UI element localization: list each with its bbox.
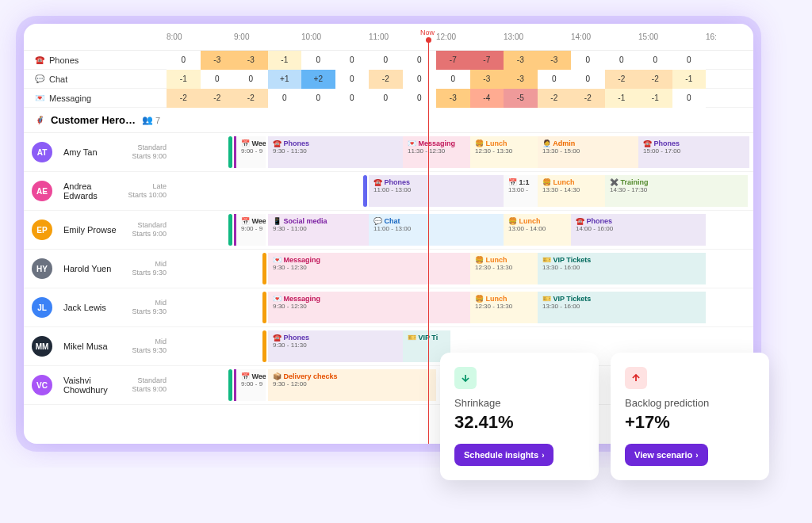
coverage-cell[interactable]: -1 [268, 51, 302, 70]
coverage-cell[interactable]: 0 [538, 70, 572, 89]
schedule-bar[interactable]: 🍔 Lunch12:30 - 13:30 [470, 136, 538, 168]
shift-stripe [363, 175, 367, 207]
agent-track[interactable]: 💌 Messaging9:30 - 12:30🍔 Lunch12:30 - 13… [167, 250, 753, 288]
avatar[interactable]: AT [32, 142, 52, 162]
coverage-cell[interactable]: 0 [672, 51, 707, 70]
avatar[interactable]: JL [32, 297, 52, 318]
channel-row[interactable]: 💌 Messaging-2-2-200000-3-4-5-2-2-1-10 [24, 89, 753, 108]
avatar[interactable]: EP [32, 220, 52, 240]
coverage-cell[interactable]: 0 [335, 70, 370, 89]
agent-track[interactable]: 💌 Messaging9:30 - 12:30🍔 Lunch12:30 - 13… [167, 288, 753, 326]
coverage-cell[interactable]: 0 [301, 51, 335, 70]
avatar[interactable]: HY [32, 258, 52, 279]
coverage-cell[interactable]: -3 [436, 89, 470, 108]
team-header[interactable]: 🦸 Customer Hero… 👥 7 [24, 108, 753, 133]
agent-row: ATAmy TanStandardStarts 9:00📅 Week9:00 -… [24, 133, 753, 172]
coverage-cell[interactable]: -2 [638, 70, 672, 89]
coverage-cell[interactable]: 0 [436, 70, 470, 89]
coverage-cell[interactable]: 0 [268, 89, 302, 108]
insight-card: Backlog prediction+17%View scenario › [611, 353, 769, 468]
schedule-bar[interactable]: 💌 Messaging9:30 - 12:30 [268, 253, 470, 284]
shift-stripe [262, 292, 266, 323]
time-label: 14:00 [571, 24, 638, 51]
schedule-bar[interactable]: ☎️ Phones9:30 - 11:30 [268, 330, 403, 362]
coverage-cell[interactable]: +2 [301, 70, 335, 89]
schedule-bar[interactable]: 💬 Chat11:00 - 13:00 [369, 214, 504, 246]
coverage-cell[interactable]: -2 [605, 70, 639, 89]
schedule-bar[interactable]: 🧑‍💼 Admin13:30 - 15:00 [538, 136, 639, 168]
coverage-cell[interactable]: 0 [672, 89, 707, 108]
coverage-cell[interactable]: -3 [504, 70, 538, 89]
schedule-bar[interactable]: 📅 Week9:00 - 9 [234, 136, 266, 168]
coverage-cell[interactable]: 0 [167, 51, 201, 70]
coverage-cell[interactable]: 0 [234, 70, 268, 89]
schedule-bar[interactable]: ✖️ Training14:30 - 17:30 [605, 175, 748, 207]
coverage-cell[interactable]: 0 [571, 51, 605, 70]
card-action-button[interactable]: Schedule insights › [454, 444, 553, 466]
coverage-cell[interactable]: -1 [672, 70, 707, 89]
team-name: Customer Hero… [51, 114, 136, 126]
coverage-cell[interactable]: 0 [403, 89, 437, 108]
coverage-cell[interactable]: 0 [369, 89, 403, 108]
schedule-bar[interactable]: 🎫 VIP Tickets13:30 - 16:00 [538, 292, 706, 323]
coverage-cell[interactable]: +1 [268, 70, 302, 89]
agent-track[interactable]: 📅 Week9:00 - 9📱 Social media9:30 - 11:00… [167, 211, 753, 249]
coverage-cell[interactable]: -2 [369, 70, 403, 89]
coverage-cell[interactable]: -3 [234, 51, 268, 70]
schedule-bar[interactable]: 🍔 Lunch12:30 - 13:30 [470, 253, 538, 284]
channel-row[interactable]: ☎️ Phones0-3-3-10000-7-7-3-30000 [24, 51, 753, 70]
coverage-cell[interactable]: -3 [470, 70, 504, 89]
card-action-button[interactable]: View scenario › [625, 444, 708, 466]
agent-name: Andrea Edwards [63, 181, 119, 200]
schedule-bar[interactable]: ☎️ Phones14:00 - 16:00 [571, 214, 706, 246]
coverage-cell[interactable]: -2 [571, 89, 605, 108]
schedule-bar[interactable]: ☎️ Phones11:00 - 13:00 [369, 175, 504, 207]
schedule-bar[interactable]: 🍔 Lunch12:30 - 13:30 [470, 292, 538, 323]
coverage-cell[interactable]: -7 [470, 51, 504, 70]
schedule-bar[interactable]: 📅 Week9:00 - 9 [234, 369, 266, 401]
coverage-cell[interactable]: 0 [403, 70, 437, 89]
agent-track[interactable]: 📅 Week9:00 - 9☎️ Phones9:30 - 11:30💌 Mes… [167, 133, 753, 171]
coverage-cell[interactable]: -1 [638, 89, 672, 108]
schedule-bar[interactable]: 📅 1:113:00 - [504, 175, 538, 207]
coverage-cell[interactable]: 0 [201, 70, 235, 89]
coverage-cell[interactable]: -3 [504, 51, 538, 70]
schedule-bar[interactable]: 📦 Delivery checks9:30 - 12:00 [268, 369, 436, 401]
coverage-cell[interactable]: 0 [369, 51, 403, 70]
coverage-cell[interactable]: -7 [436, 51, 470, 70]
schedule-bar[interactable]: 🍔 Lunch13:00 - 14:00 [504, 214, 571, 246]
coverage-cell[interactable]: 0 [335, 51, 370, 70]
avatar[interactable]: VC [32, 375, 52, 395]
schedule-bar[interactable]: 💌 Messaging9:30 - 12:30 [268, 292, 470, 323]
coverage-cell[interactable]: -5 [504, 89, 538, 108]
coverage-cell[interactable]: 0 [605, 51, 639, 70]
coverage-cell[interactable]: -2 [234, 89, 268, 108]
schedule-bar[interactable]: 🍔 Lunch13:30 - 14:30 [538, 175, 605, 207]
avatar[interactable]: MM [32, 336, 52, 357]
agent-row: HYHarold YuenMidStarts 9:30💌 Messaging9:… [24, 250, 753, 288]
schedule-bar[interactable]: ☎️ Phones9:30 - 11:30 [268, 136, 403, 168]
schedule-bar[interactable]: ☎️ Phones15:00 - 17:00 [638, 136, 749, 168]
avatar[interactable]: AE [32, 181, 52, 201]
coverage-cell[interactable]: 0 [335, 89, 370, 108]
coverage-cell[interactable]: 0 [403, 51, 437, 70]
coverage-cell[interactable]: -2 [538, 89, 572, 108]
channel-row[interactable]: 💬 Chat-100+1+20-200-3-300-2-2-1 [24, 70, 753, 89]
coverage-cell[interactable]: -2 [201, 89, 235, 108]
coverage-cell[interactable]: 0 [301, 89, 335, 108]
coverage-cell[interactable]: -1 [167, 70, 201, 89]
schedule-bar[interactable]: 📅 Week9:00 - 9 [234, 214, 266, 246]
shift-info: MidStarts 9:30 [122, 338, 167, 355]
coverage-cell[interactable]: -4 [470, 89, 504, 108]
coverage-cell[interactable]: -3 [538, 51, 572, 70]
coverage-cell[interactable]: -2 [167, 89, 201, 108]
coverage-cell[interactable]: -3 [201, 51, 235, 70]
schedule-bar[interactable]: 💌 Messaging11:30 - 12:30 [403, 136, 470, 168]
coverage-cell[interactable]: -1 [605, 89, 639, 108]
agent-track[interactable]: ☎️ Phones11:00 - 13:00📅 1:113:00 -🍔 Lunc… [167, 172, 753, 210]
schedule-bar[interactable]: 📱 Social media9:30 - 11:00 [268, 214, 369, 246]
coverage-cell[interactable]: 0 [571, 70, 605, 89]
coverage-cell[interactable]: 0 [638, 51, 672, 70]
shift-stripe [262, 253, 266, 284]
schedule-bar[interactable]: 🎫 VIP Tickets13:30 - 16:00 [538, 253, 706, 284]
